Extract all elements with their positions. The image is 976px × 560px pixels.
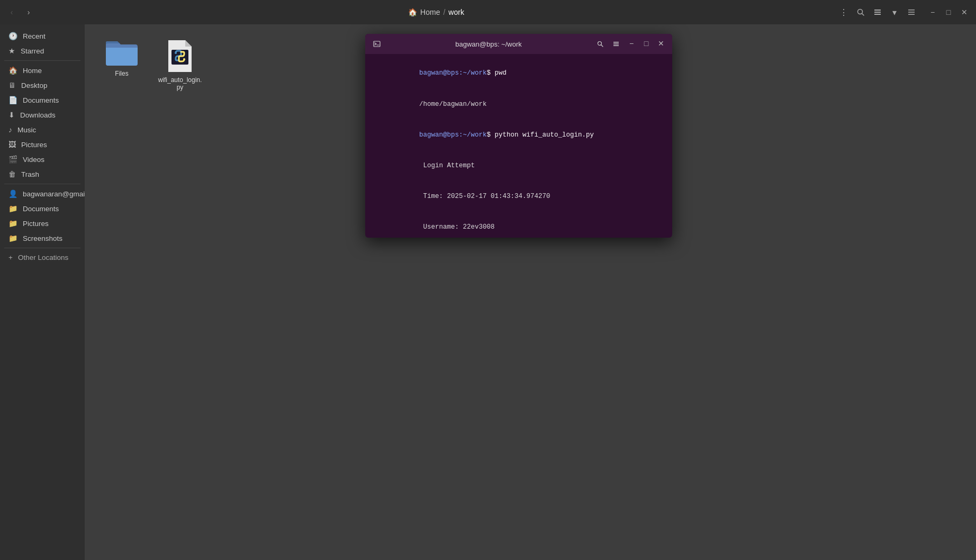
svg-line-1 <box>862 14 864 16</box>
starred-icon: ★ <box>8 47 15 55</box>
terminal-menu-button[interactable] <box>609 37 623 51</box>
sidebar-label-other-locations: Other Locations <box>18 254 68 261</box>
sidebar-label-trash: Trash <box>21 170 39 178</box>
pictures-icon: 🖼 <box>8 140 16 149</box>
terminal-close-button[interactable]: ✕ <box>654 37 668 50</box>
sidebar-item-documents2[interactable]: 📁 Documents <box>0 201 85 216</box>
svg-rect-16 <box>613 43 619 44</box>
terminal-window-controls: − □ ✕ <box>593 37 668 51</box>
file-label-files: Files <box>115 70 128 77</box>
file-label-wifi-script: wifi_auto_login.py <box>158 76 202 91</box>
svg-rect-3 <box>874 12 881 13</box>
maximize-button[interactable]: □ <box>941 5 956 20</box>
terminal-line-6: Username: 22ev3008 <box>372 212 666 238</box>
main-content: 🕐 Recent ★ Starred 🏠 Home 🖥 Desktop 📄 Do… <box>0 24 976 560</box>
svg-rect-11 <box>374 41 380 47</box>
sidebar-label-music: Music <box>17 126 36 134</box>
pictures2-icon: 📁 <box>8 219 17 228</box>
topbar-actions: ⋮ <box>836 5 868 20</box>
forward-button[interactable]: › <box>21 5 36 20</box>
terminal-terminal-icon[interactable] <box>369 37 384 51</box>
sidebar-divider-2 <box>4 184 80 184</box>
svg-rect-2 <box>874 10 881 11</box>
terminal-titlebar: bagwan@bps: ~/work <box>365 34 672 54</box>
sidebar-divider-1 <box>4 60 80 61</box>
sidebar: 🕐 Recent ★ Starred 🏠 Home 🖥 Desktop 📄 Do… <box>0 24 85 560</box>
window-controls: − □ ✕ <box>925 5 972 20</box>
account-icon: 👤 <box>8 189 17 198</box>
sidebar-label-home: Home <box>23 67 42 75</box>
sidebar-item-account[interactable]: 👤 bagwanaran@gmai... <box>0 186 85 201</box>
sidebar-item-downloads[interactable]: ⬇ Downloads <box>0 107 85 122</box>
svg-rect-6 <box>908 12 915 13</box>
sidebar-label-starred: Starred <box>21 47 44 55</box>
file-item-files[interactable]: Files <box>95 35 148 95</box>
sidebar-item-screenshots[interactable]: 📁 Screenshots <box>0 231 85 246</box>
terminal-minimize-button[interactable]: − <box>625 37 638 50</box>
back-button[interactable]: ‹ <box>4 5 19 20</box>
terminal-line-2: /home/bagwan/work <box>372 89 666 120</box>
sidebar-item-documents[interactable]: 📄 Documents <box>0 93 85 107</box>
breadcrumb: 🏠 Home / work <box>38 8 834 16</box>
svg-point-9 <box>175 52 177 54</box>
folder-icon <box>105 39 139 67</box>
file-manager-window: ‹ › 🏠 Home / work ⋮ <box>0 0 976 560</box>
trash-icon: 🗑 <box>8 170 16 178</box>
sidebar-label-desktop: Desktop <box>21 82 48 89</box>
sidebar-item-other-locations[interactable]: + Other Locations <box>0 250 85 265</box>
terminal-search-button[interactable] <box>593 37 608 51</box>
sidebar-item-trash[interactable]: 🗑 Trash <box>0 167 85 182</box>
topbar: ‹ › 🏠 Home / work ⋮ <box>0 0 976 24</box>
downloads-icon: ⬇ <box>8 111 15 119</box>
other-locations-icon: + <box>8 254 13 261</box>
terminal-line-5: Time: 2025-02-17 01:43:34.974270 <box>372 182 666 212</box>
sidebar-item-pictures[interactable]: 🖼 Pictures <box>0 137 85 152</box>
sidebar-label-account: bagwanaran@gmai... <box>23 190 85 198</box>
sidebar-label-documents: Documents <box>23 96 59 104</box>
recent-icon: 🕐 <box>8 32 17 40</box>
home-sidebar-icon: 🏠 <box>8 66 17 75</box>
svg-point-10 <box>183 58 185 60</box>
menu-button[interactable]: ⋮ <box>836 5 851 20</box>
svg-rect-17 <box>613 46 619 47</box>
music-icon: ♪ <box>8 125 12 134</box>
terminal-line-1: bagwan@bps:~/work$ pwd <box>372 58 666 89</box>
sidebar-item-videos[interactable]: 🎬 Videos <box>0 152 85 167</box>
sidebar-item-desktop[interactable]: 🖥 Desktop <box>0 78 85 93</box>
terminal-window: bagwan@bps: ~/work <box>365 34 672 238</box>
view-controls: ▾ <box>870 5 919 20</box>
home-icon: 🏠 <box>408 8 417 16</box>
sidebar-label-screenshots: Screenshots <box>23 234 62 242</box>
breadcrumb-separator: / <box>443 8 445 16</box>
svg-point-13 <box>598 42 602 46</box>
sidebar-divider-3 <box>4 248 80 248</box>
terminal-maximize-button[interactable]: □ <box>639 37 653 50</box>
search-button[interactable] <box>853 5 868 20</box>
options-button[interactable] <box>904 5 919 20</box>
sidebar-label-videos: Videos <box>23 156 44 164</box>
sidebar-label-downloads: Downloads <box>20 111 56 119</box>
file-area: Files <box>85 24 976 560</box>
close-button[interactable]: ✕ <box>957 5 972 20</box>
svg-rect-4 <box>874 14 881 15</box>
file-item-wifi-script[interactable]: wifi_auto_login.py <box>153 35 206 95</box>
videos-icon: 🎬 <box>8 155 17 164</box>
sidebar-item-home[interactable]: 🏠 Home <box>0 63 85 78</box>
screenshots-icon: 📁 <box>8 234 17 242</box>
sidebar-label-documents2: Documents <box>23 205 59 213</box>
breadcrumb-home[interactable]: Home <box>420 8 440 16</box>
view-dropdown-button[interactable]: ▾ <box>887 5 902 20</box>
terminal-title: bagwan@bps: ~/work <box>384 40 593 48</box>
svg-rect-7 <box>908 14 915 15</box>
list-view-button[interactable] <box>870 5 885 20</box>
minimize-button[interactable]: − <box>925 5 940 20</box>
sidebar-item-recent[interactable]: 🕐 Recent <box>0 29 85 43</box>
terminal-body[interactable]: bagwan@bps:~/work$ pwd /home/bagwan/work… <box>365 54 672 238</box>
sidebar-label-recent: Recent <box>23 32 46 40</box>
sidebar-item-pictures2[interactable]: 📁 Pictures <box>0 216 85 231</box>
svg-rect-15 <box>613 42 619 43</box>
documents-icon: 📄 <box>8 96 17 104</box>
sidebar-item-starred[interactable]: ★ Starred <box>0 43 85 58</box>
sidebar-item-music[interactable]: ♪ Music <box>0 122 85 137</box>
svg-line-14 <box>601 45 603 47</box>
